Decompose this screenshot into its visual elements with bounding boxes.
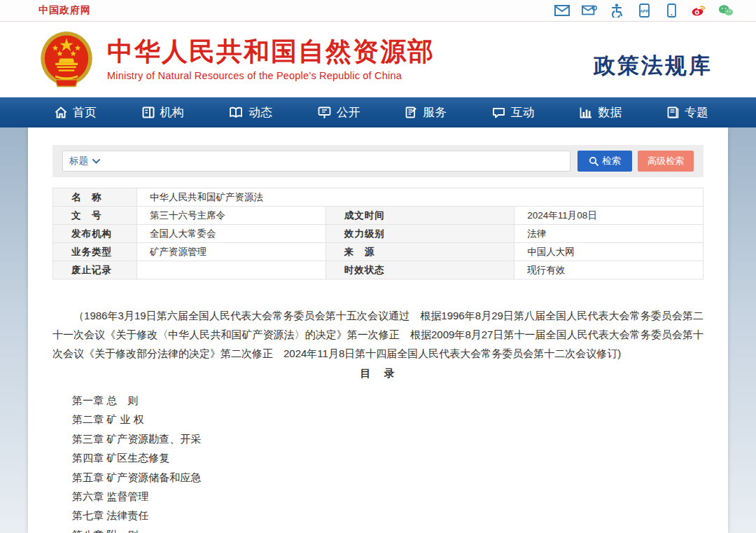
info-label: 名 称 (53, 188, 137, 207)
svg-text:APP: APP (640, 8, 649, 13)
search-button[interactable]: 检索 (578, 151, 632, 172)
data-icon (580, 106, 592, 118)
info-value: 2024年11月08日 (514, 207, 704, 225)
toc-title: 目 录 (52, 364, 704, 382)
info-value (137, 261, 326, 279)
info-value: 现行有效 (514, 261, 704, 279)
site-header: 中华人民共和国自然资源部 Ministry of Natural Resourc… (0, 22, 756, 97)
toc-item: 第三章 矿产资源勘查、开采 (52, 429, 704, 448)
weibo-icon[interactable] (691, 4, 706, 18)
policy-database-title: 政策法规库 (594, 51, 713, 81)
app-icon[interactable]: APP (636, 4, 652, 18)
info-label: 业务类型 (53, 243, 137, 261)
table-of-contents: 第一章 总 则 第二章 矿 业 权 第三章 矿产资源勘查、开采 第四章 矿区生态… (52, 391, 704, 533)
disclosure-icon (318, 106, 331, 118)
nav-item-data[interactable]: 数据 (580, 104, 622, 120)
nav-label: 数据 (598, 104, 622, 120)
search-field-value: 标题 (69, 155, 88, 167)
info-label: 发布机构 (53, 225, 137, 243)
ministry-title-cn: 中华人民共和国自然资源部 (107, 38, 435, 67)
page-background: 标题 检索 高级检索 名 称 中华人民共和国矿产资源法 文 号 第三十六号主席令… (0, 127, 756, 533)
nav-label: 机构 (160, 104, 184, 120)
service-icon (405, 106, 417, 118)
search-field-selector[interactable]: 标题 (69, 151, 100, 172)
search-icon (589, 156, 598, 166)
topics-icon (667, 106, 679, 118)
law-article: （1986年3月19日第六届全国人民代表大会常务委员会第十五次会议通过 根据19… (52, 306, 704, 533)
nav-label: 互动 (511, 104, 535, 120)
table-row: 文 号 第三十六号主席令 成文时间 2024年11月08日 (53, 207, 704, 225)
mobile-icon[interactable] (664, 4, 679, 18)
law-preamble: （1986年3月19日第六届全国人民代表大会常务委员会第十五次会议通过 根据19… (52, 306, 704, 363)
document-info-table: 名 称 中华人民共和国矿产资源法 文 号 第三十六号主席令 成文时间 2024年… (52, 188, 704, 279)
nav-item-disclosure[interactable]: 公开 (318, 104, 360, 120)
nav-label: 首页 (73, 104, 97, 120)
interact-icon (492, 106, 505, 118)
info-value: 矿产资源管理 (137, 243, 326, 261)
org-icon (142, 106, 155, 118)
mail-subscribe-icon[interactable] (582, 4, 597, 18)
info-value: 法律 (514, 225, 704, 243)
info-value: 第三十六号主席令 (137, 207, 326, 225)
toc-item: 第六章 监督管理 (52, 487, 704, 506)
content-panel: 标题 检索 高级检索 名 称 中华人民共和国矿产资源法 文 号 第三十六号主席令… (28, 127, 728, 533)
search-button-label: 检索 (602, 155, 621, 167)
nav-item-service[interactable]: 服务 (405, 104, 447, 120)
toc-item: 第八章 附 则 (52, 525, 704, 533)
info-label: 时效状态 (326, 261, 514, 279)
info-value: 中国人大网 (514, 243, 704, 261)
search-box: 标题 (62, 151, 570, 172)
nav-item-news[interactable]: 动态 (229, 104, 272, 120)
info-label: 文 号 (53, 207, 137, 225)
mail-icon[interactable] (554, 4, 570, 18)
ministry-brand: 中华人民共和国自然资源部 Ministry of Natural Resourc… (107, 38, 435, 82)
nav-label: 公开 (337, 104, 360, 120)
info-label: 效力级别 (326, 225, 514, 243)
nav-label: 服务 (423, 104, 447, 120)
chevron-down-icon (92, 159, 100, 164)
ministry-title-en: Ministry of Natural Resources of the Peo… (107, 70, 435, 81)
search-bar: 标题 检索 高级检索 (52, 145, 704, 177)
main-navigation: 首页 机构 动态 公开 服务 互动 数据 专题 (0, 97, 756, 127)
nav-item-org[interactable]: 机构 (142, 104, 184, 120)
toc-item: 第二章 矿 业 权 (52, 410, 704, 429)
toc-item: 第七章 法律责任 (52, 506, 704, 525)
info-value: 全国人大常委会 (137, 225, 326, 243)
table-row: 业务类型 矿产资源管理 来 源 中国人大网 (53, 243, 704, 261)
toc-item: 第四章 矿区生态修复 (52, 448, 704, 467)
advanced-search-button[interactable]: 高级检索 (638, 151, 694, 172)
info-label: 成文时间 (326, 207, 514, 225)
nav-item-home[interactable]: 首页 (55, 104, 97, 120)
top-utility-bar: 中国政府网 APP (0, 0, 756, 22)
search-input[interactable] (62, 151, 570, 172)
table-row: 废止记录 时效状态 现行有效 (53, 261, 704, 279)
gov-portal-link[interactable]: 中国政府网 (38, 4, 91, 17)
toc-item: 第一章 总 则 (52, 391, 704, 410)
topbar-icon-group: APP (554, 4, 734, 18)
nav-label: 专题 (685, 104, 708, 120)
table-row: 名 称 中华人民共和国矿产资源法 (53, 188, 704, 207)
toc-item: 第五章 矿产资源储备和应急 (52, 468, 704, 487)
news-icon (229, 106, 243, 118)
nav-item-topics[interactable]: 专题 (667, 104, 708, 120)
table-row: 发布机构 全国人大常委会 效力级别 法律 (53, 225, 704, 243)
nav-item-interact[interactable]: 互动 (492, 104, 535, 120)
national-emblem-logo (38, 30, 94, 89)
info-label: 来 源 (326, 243, 514, 261)
wechat-icon[interactable] (718, 4, 734, 18)
info-value: 中华人民共和国矿产资源法 (137, 188, 704, 207)
info-label: 废止记录 (53, 261, 137, 279)
advanced-search-label: 高级检索 (648, 155, 684, 167)
nav-label: 动态 (248, 104, 272, 120)
accessibility-icon[interactable] (609, 4, 624, 18)
home-icon (55, 106, 67, 118)
